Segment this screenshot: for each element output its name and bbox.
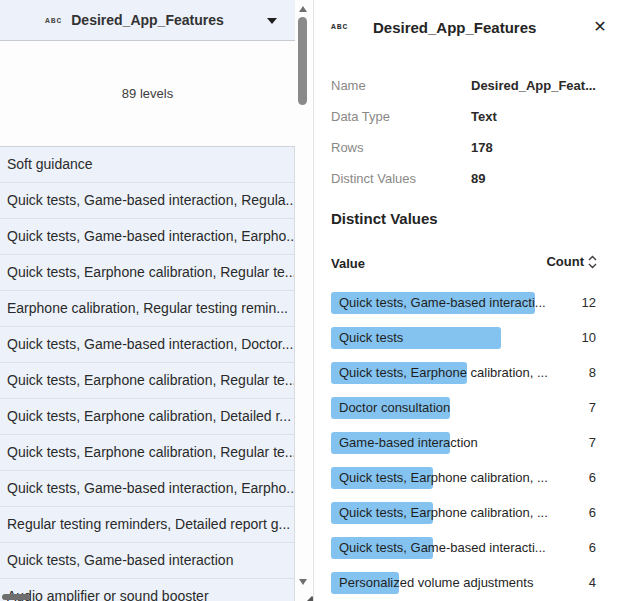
count-column-header-label: Count [546, 254, 584, 269]
vertical-scrollbar[interactable] [295, 0, 312, 601]
distinct-count: 7 [589, 432, 596, 454]
property-row: Distinct Values 89 [314, 171, 620, 189]
property-label: Name [331, 78, 366, 93]
distinct-value-row[interactable]: Quick tests, Earphone calibration, ... 6 [314, 502, 620, 524]
column-details-panel: ABC Desired_App_Features ✕ Name Desired_… [313, 0, 620, 601]
distinct-value-label: Quick tests, Earphone calibration, ... [339, 502, 548, 524]
value-list-item[interactable]: Quick tests, Earphone calibration, Regul… [0, 255, 294, 291]
distinct-value-label: Quick tests, Earphone calibration, ... [339, 467, 548, 489]
value-list-item-label: Earphone calibration, Regular testing re… [7, 300, 288, 316]
distinct-value-row[interactable]: Quick tests, Game-based interacti... 12 [314, 292, 620, 314]
distinct-count: 8 [589, 362, 596, 384]
distinct-value-row[interactable]: Quick tests 10 [314, 327, 620, 349]
property-value: Text [471, 109, 497, 124]
value-list-item-label: Soft guidance [7, 156, 93, 172]
value-list-item[interactable]: Regular testing reminders, Detailed repo… [0, 507, 294, 543]
property-label: Rows [331, 140, 364, 155]
distinct-value-row[interactable]: Personalized volume adjustments 4 [314, 572, 620, 594]
distinct-value-label: Quick tests, Earphone calibration, ... [339, 362, 548, 384]
value-list-item-label: Quick tests, Game-based interaction, Ear… [7, 480, 294, 496]
value-column-header[interactable]: Value [331, 256, 365, 271]
distinct-value-label: Quick tests [339, 327, 403, 349]
count-column-header[interactable]: Count [546, 254, 597, 269]
distinct-value-label: Quick tests, Game-based interacti... [339, 537, 546, 559]
value-list-item-label: Quick tests, Game-based interaction, Ear… [7, 228, 294, 244]
scroll-up-arrow-icon[interactable] [299, 6, 307, 12]
distinct-value-row[interactable]: Quick tests, Earphone calibration, ... 8 [314, 362, 620, 384]
property-value: Desired_App_Feat... [471, 78, 596, 93]
value-list-item-label: Quick tests, Game-based interaction, Doc… [7, 336, 293, 352]
value-list-item[interactable]: Soft guidance [0, 147, 294, 183]
value-list-item[interactable]: Quick tests, Game-based interaction, Ear… [0, 471, 294, 507]
value-list-item[interactable]: Audio amplifier or sound booster [0, 579, 294, 601]
close-icon[interactable]: ✕ [589, 16, 611, 38]
value-list-item[interactable]: Quick tests, Game-based interaction, Ear… [0, 219, 294, 255]
value-list-item-label: Regular testing reminders, Detailed repo… [7, 516, 290, 532]
column-header[interactable]: ABC Desired_App_Features [0, 0, 295, 41]
distinct-count: 7 [589, 397, 596, 419]
distinct-value-row[interactable]: Quick tests, Game-based interacti... 6 [314, 537, 620, 559]
property-row: Rows 178 [314, 140, 620, 158]
property-label: Data Type [331, 109, 390, 124]
value-list-item-label: Audio amplifier or sound booster [7, 588, 209, 601]
value-list-item-label: Quick tests, Earphone calibration, Regul… [7, 372, 294, 388]
value-list: Soft guidance Quick tests, Game-based in… [0, 147, 295, 601]
value-list-item-label: Quick tests, Earphone calibration, Detai… [7, 408, 291, 424]
value-list-item[interactable]: Quick tests, Earphone calibration, Detai… [0, 399, 294, 435]
distinct-values-heading: Distinct Values [331, 210, 438, 227]
distinct-value-label: Game-based interaction [339, 432, 478, 454]
column-title: Desired_App_Features [0, 12, 295, 28]
distinct-count: 6 [589, 467, 596, 489]
sort-icon [588, 255, 597, 269]
horizontal-scrollbar-thumb[interactable] [2, 594, 30, 600]
distinct-value-row[interactable]: Doctor consultation 7 [314, 397, 620, 419]
levels-summary-text: 89 levels [0, 86, 295, 101]
property-label: Distinct Values [331, 171, 416, 186]
property-value: 89 [471, 171, 485, 186]
distinct-count: 6 [589, 537, 596, 559]
value-list-item[interactable]: Quick tests, Game-based interaction, Doc… [0, 327, 294, 363]
distinct-count: 10 [582, 327, 596, 349]
value-list-item[interactable]: Quick tests, Game-based interaction, Reg… [0, 183, 294, 219]
distinct-value-row[interactable]: Game-based interaction 7 [314, 432, 620, 454]
value-list-item[interactable]: Quick tests, Game-based interaction [0, 543, 294, 579]
distinct-value-label: Quick tests, Game-based interacti... [339, 292, 546, 314]
property-value: 178 [471, 140, 493, 155]
distinct-values-rows: Quick tests, Game-based interacti... 12 … [314, 292, 620, 601]
value-list-item[interactable]: Quick tests, Earphone calibration, Regul… [0, 363, 294, 399]
column-profile-view: ABC Desired_App_Features 89 levels Soft … [0, 0, 620, 601]
distinct-count: 6 [589, 502, 596, 524]
property-row: Data Type Text [314, 109, 620, 127]
value-list-item-label: Quick tests, Game-based interaction [7, 552, 233, 568]
value-list-item[interactable]: Quick tests, Earphone calibration, Regul… [0, 435, 294, 471]
distinct-value-row[interactable]: Quick tests, Earphone calibration, ... 6 [314, 467, 620, 489]
value-list-item-label: Quick tests, Earphone calibration, Regul… [7, 444, 294, 460]
property-row: Name Desired_App_Feat... [314, 78, 620, 96]
value-list-item[interactable]: Earphone calibration, Regular testing re… [0, 291, 294, 327]
chevron-down-icon[interactable] [267, 18, 277, 24]
distinct-count: 12 [582, 292, 596, 314]
value-list-item-label: Quick tests, Game-based interaction, Reg… [7, 192, 294, 208]
scroll-down-arrow-icon[interactable] [299, 579, 307, 585]
vertical-scrollbar-thumb[interactable] [298, 17, 307, 105]
levels-summary: 89 levels [0, 41, 295, 147]
distinct-value-label: Personalized volume adjustments [339, 572, 533, 594]
distinct-count: 4 [589, 572, 596, 594]
text-type-icon: ABC [331, 22, 348, 31]
details-panel-title: Desired_App_Features [373, 19, 536, 36]
distinct-value-label: Doctor consultation [339, 397, 450, 419]
value-list-item-label: Quick tests, Earphone calibration, Regul… [7, 264, 294, 280]
